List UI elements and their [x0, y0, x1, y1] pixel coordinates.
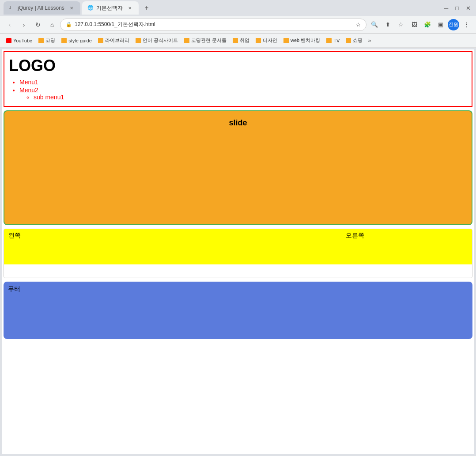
tabs-container: J jQurey | All Lessons ✕ 🌐 기본선택자 ✕ +: [4, 1, 441, 15]
shop-folder-icon: [346, 38, 351, 43]
bookmark-button[interactable]: ☆: [395, 19, 407, 31]
address-lock-icon: 🔒: [66, 22, 72, 27]
bookmark-coding-label: 코딩: [45, 37, 55, 44]
home-button[interactable]: ⌂: [46, 19, 58, 31]
bookmarks-more-button[interactable]: »: [366, 36, 373, 45]
close-button[interactable]: ✕: [464, 4, 472, 12]
address-text: 127.0.0.1:5500/1_기본선택자.html: [75, 21, 353, 28]
tab-jqurey[interactable]: J jQurey | All Lessons ✕: [4, 1, 80, 15]
left-panel-label: 왼쪽: [8, 232, 234, 240]
window-controls: ─ □ ✕: [442, 4, 472, 12]
bookmark-shop[interactable]: 쇼핑: [343, 36, 365, 45]
bookmark-web[interactable]: web 벤치마킹: [281, 36, 323, 45]
page-content: LOGO Menu1 Menu2 sub menu1 slide: [2, 49, 474, 454]
tab2-favicon: 🌐: [87, 5, 94, 11]
bookmark-youtube-label: YouTube: [13, 38, 32, 43]
refresh-button[interactable]: ↻: [32, 19, 44, 31]
footer-section: 푸터: [4, 282, 472, 339]
bookmark-job[interactable]: 취업: [230, 36, 252, 45]
web-folder-icon: [283, 38, 289, 43]
bookmark-lang[interactable]: 언어 공식사이트: [133, 36, 181, 45]
nav-bar: ‹ › ↻ ⌂ 🔒 127.0.0.1:5500/1_기본선택자.html ☆ …: [0, 16, 476, 34]
menu-item-1: Menu1: [19, 79, 467, 86]
content-wrapper: 왼쪽 오른쪽: [4, 229, 472, 278]
menu1-link[interactable]: Menu1: [19, 79, 38, 86]
docs-folder-icon: [184, 38, 189, 43]
tab2-title: 기본선택자: [96, 4, 123, 12]
maximize-button[interactable]: □: [453, 4, 461, 12]
image-button[interactable]: 🖼: [408, 19, 420, 31]
slide-section: slide: [4, 110, 472, 225]
library-folder-icon: [98, 38, 103, 43]
bookmarks-bar: YouTube 코딩 style guide 라이브러리 언어 공식사이트 코딩…: [0, 34, 476, 48]
menu2-link[interactable]: Menu2: [19, 87, 38, 94]
content-panels: 왼쪽 오른쪽: [4, 229, 472, 264]
nav-right-controls: 🔍 ⬆ ☆ 🖼 🧩 ▣ 진원 ⋮: [368, 19, 472, 31]
menu-button[interactable]: ⋮: [460, 19, 472, 31]
right-panel: 오른쪽: [238, 229, 472, 264]
tv-folder-icon: [326, 38, 332, 43]
style-guide-folder-icon: [61, 38, 67, 43]
nav-menu: Menu1 Menu2 sub menu1: [9, 79, 467, 101]
bookmark-docs[interactable]: 코딩관련 문서들: [181, 36, 229, 45]
bookmark-youtube[interactable]: YouTube: [4, 37, 35, 44]
bookmark-library[interactable]: 라이브러리: [95, 36, 132, 45]
browser-window: J jQurey | All Lessons ✕ 🌐 기본선택자 ✕ + ─ □…: [0, 0, 476, 456]
share-button[interactable]: ⬆: [382, 19, 394, 31]
bookmark-lang-label: 언어 공식사이트: [143, 37, 178, 44]
bookmark-tv-label: TV: [333, 38, 340, 43]
sidebar-button[interactable]: ▣: [434, 19, 447, 31]
bookmark-design[interactable]: 디자인: [253, 36, 280, 45]
forward-button[interactable]: ›: [18, 19, 30, 31]
youtube-icon: [6, 38, 11, 43]
bookmark-tv[interactable]: TV: [324, 37, 342, 44]
tab1-title: jQurey | All Lessons: [18, 5, 64, 11]
logo: LOGO: [9, 57, 467, 75]
search-button[interactable]: 🔍: [368, 19, 381, 31]
bookmark-library-label: 라이브러리: [105, 37, 129, 44]
bookmark-style-guide[interactable]: style guide: [59, 37, 94, 44]
address-star-icon: ☆: [356, 22, 361, 28]
title-bar: J jQurey | All Lessons ✕ 🌐 기본선택자 ✕ + ─ □…: [0, 0, 476, 16]
bookmark-job-label: 취업: [240, 37, 249, 44]
lang-folder-icon: [136, 38, 141, 43]
minimize-button[interactable]: ─: [442, 4, 450, 12]
design-folder-icon: [256, 38, 261, 43]
back-button[interactable]: ‹: [4, 19, 16, 31]
left-panel: 왼쪽: [4, 229, 238, 264]
address-bar[interactable]: 🔒 127.0.0.1:5500/1_기본선택자.html ☆: [60, 19, 366, 31]
menu-item-2: Menu2 sub menu1: [19, 87, 467, 101]
tab-basic-selector[interactable]: 🌐 기본선택자 ✕: [82, 1, 139, 15]
profile-button[interactable]: 진원: [448, 19, 459, 30]
slide-label: slide: [229, 118, 247, 128]
extensions-button[interactable]: 🧩: [421, 19, 434, 31]
sub-menu-2: sub menu1: [19, 94, 467, 101]
right-panel-label: 오른쪽: [346, 232, 364, 240]
bookmark-style-guide-label: style guide: [68, 38, 92, 43]
bookmark-coding[interactable]: 코딩: [36, 36, 58, 45]
tab1-favicon: J: [9, 5, 15, 11]
bookmark-web-label: web 벤치마킹: [291, 37, 320, 44]
job-folder-icon: [233, 38, 238, 43]
header-section: LOGO Menu1 Menu2 sub menu1: [4, 51, 472, 107]
sub-menu1-link[interactable]: sub menu1: [34, 94, 64, 101]
bookmark-shop-label: 쇼핑: [353, 37, 363, 44]
coding-folder-icon: [38, 38, 44, 43]
sub-menu-item-1: sub menu1: [34, 94, 467, 101]
tab1-close[interactable]: ✕: [68, 4, 75, 11]
content-bottom: [4, 264, 472, 278]
tab2-close[interactable]: ✕: [126, 4, 133, 11]
bookmark-design-label: 디자인: [263, 37, 277, 44]
new-tab-button[interactable]: +: [140, 2, 153, 14]
bookmark-docs-label: 코딩관련 문서들: [191, 37, 227, 44]
footer-label: 푸터: [8, 285, 20, 293]
